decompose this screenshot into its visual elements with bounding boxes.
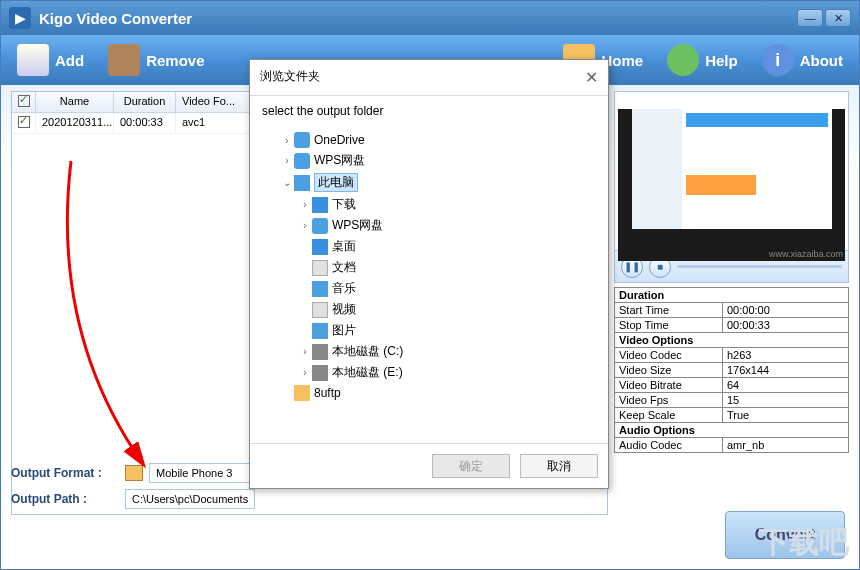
minimize-button[interactable]: —	[797, 9, 823, 27]
start-time-value[interactable]: 00:00:00	[723, 303, 848, 317]
video-bitrate-value[interactable]: 64	[723, 378, 848, 392]
dialog-footer: 确定 取消	[250, 443, 608, 488]
ic-doc-icon	[312, 260, 328, 276]
tree-toggle-icon[interactable]: ›	[280, 155, 294, 166]
app-title: Kigo Video Converter	[39, 10, 797, 27]
add-icon	[17, 44, 49, 76]
tree-item-label: 图片	[332, 322, 356, 339]
tree-item[interactable]: 桌面	[262, 236, 596, 257]
add-label: Add	[55, 52, 84, 69]
tree-item[interactable]: 音乐	[262, 278, 596, 299]
tree-toggle-icon[interactable]: ⌄	[280, 177, 294, 188]
dialog-title-text: 浏览文件夹	[260, 68, 320, 87]
video-codec-key: Video Codec	[615, 348, 723, 362]
row-checkbox[interactable]	[12, 113, 36, 133]
dialog-ok-button[interactable]: 确定	[432, 454, 510, 478]
header-duration[interactable]: Duration	[114, 92, 176, 112]
output-path-label: Output Path :	[11, 492, 119, 506]
ic-disk-icon	[312, 365, 328, 381]
tree-item[interactable]: 视频	[262, 299, 596, 320]
progress-slider[interactable]	[677, 265, 842, 268]
tree-item[interactable]: 文档	[262, 257, 596, 278]
tree-item[interactable]: 图片	[262, 320, 596, 341]
about-label: About	[800, 52, 843, 69]
remove-button[interactable]: Remove	[98, 40, 214, 80]
tree-toggle-icon[interactable]: ›	[280, 135, 294, 146]
tree-item[interactable]: ›WPS网盘	[262, 150, 596, 171]
stop-time-value[interactable]: 00:00:33	[723, 318, 848, 332]
ic-cloud-icon	[312, 218, 328, 234]
tree-item[interactable]: ›本地磁盘 (E:)	[262, 362, 596, 383]
start-time-key: Start Time	[615, 303, 723, 317]
preview-area: www.xiazaiba.com	[614, 91, 849, 251]
tree-item-label: WPS网盘	[332, 217, 383, 234]
row-name: 2020120311...	[36, 113, 114, 133]
header-checkbox[interactable]	[12, 92, 36, 112]
right-panel: www.xiazaiba.com ❚❚ ■ Duration Start Tim…	[614, 91, 849, 515]
ic-cloud-icon	[294, 132, 310, 148]
tree-toggle-icon[interactable]: ›	[298, 199, 312, 210]
tree-item[interactable]: ›下载	[262, 194, 596, 215]
tree-item-label: 8uftp	[314, 386, 341, 400]
about-button[interactable]: i About	[752, 40, 853, 80]
row-duration: 00:00:33	[114, 113, 176, 133]
close-button[interactable]: ✕	[825, 9, 851, 27]
preview-watermark: www.xiazaiba.com	[769, 249, 843, 259]
ic-pc-icon	[294, 175, 310, 191]
tree-item-label: WPS网盘	[314, 152, 365, 169]
tree-item[interactable]: ›OneDrive	[262, 130, 596, 150]
tree-item[interactable]: ⌄此电脑	[262, 171, 596, 194]
video-bitrate-key: Video Bitrate	[615, 378, 723, 392]
dialog-cancel-button[interactable]: 取消	[520, 454, 598, 478]
output-format-label: Output Format :	[11, 466, 119, 480]
video-codec-value[interactable]: h263	[723, 348, 848, 362]
ic-pic-icon	[312, 323, 328, 339]
output-path-field[interactable]: C:\Users\pc\Documents	[125, 489, 255, 509]
preview-video[interactable]: www.xiazaiba.com	[618, 109, 845, 261]
help-label: Help	[705, 52, 738, 69]
ic-down-icon	[312, 197, 328, 213]
folder-tree: ›OneDrive›WPS网盘⌄此电脑›下载›WPS网盘桌面文档音乐视频图片›本…	[262, 130, 596, 403]
app-icon: ▶	[9, 7, 31, 29]
ic-folder-icon	[294, 385, 310, 401]
video-fps-value[interactable]: 15	[723, 393, 848, 407]
tree-item-label: 音乐	[332, 280, 356, 297]
format-icon	[125, 465, 143, 481]
output-settings: Output Format : Mobile Phone 3 Output Pa…	[11, 463, 279, 509]
audio-codec-value[interactable]: amr_nb	[723, 438, 848, 452]
audio-options-head: Audio Options	[615, 423, 699, 437]
header-name[interactable]: Name	[36, 92, 114, 112]
tree-item-label: 桌面	[332, 238, 356, 255]
dialog-titlebar: 浏览文件夹 ✕	[250, 60, 608, 96]
tree-toggle-icon[interactable]: ›	[298, 367, 312, 378]
tree-item[interactable]: ›本地磁盘 (C:)	[262, 341, 596, 362]
dialog-close-button[interactable]: ✕	[585, 68, 598, 87]
tree-item-label: 本地磁盘 (E:)	[332, 364, 403, 381]
keep-scale-value[interactable]: True	[723, 408, 848, 422]
video-size-value[interactable]: 176x144	[723, 363, 848, 377]
app-window: ▶ Kigo Video Converter — ✕ Add Remove Ho…	[0, 0, 860, 570]
dialog-instruction: select the output folder	[262, 104, 596, 118]
ic-desk-icon	[312, 239, 328, 255]
tree-item-label: 此电脑	[314, 173, 358, 192]
tree-item[interactable]: 8uftp	[262, 383, 596, 403]
video-fps-key: Video Fps	[615, 393, 723, 407]
ic-cloud-icon	[294, 153, 310, 169]
video-options-head: Video Options	[615, 333, 697, 347]
tree-item[interactable]: ›WPS网盘	[262, 215, 596, 236]
ic-disk-icon	[312, 344, 328, 360]
background-watermark: 下载吧	[759, 522, 849, 563]
about-icon: i	[762, 44, 794, 76]
tree-item-label: 视频	[332, 301, 356, 318]
remove-label: Remove	[146, 52, 204, 69]
tree-toggle-icon[interactable]: ›	[298, 220, 312, 231]
audio-codec-key: Audio Codec	[615, 438, 723, 452]
add-button[interactable]: Add	[7, 40, 94, 80]
options-table: Duration Start Time00:00:00 Stop Time00:…	[614, 287, 849, 453]
help-button[interactable]: Help	[657, 40, 748, 80]
tree-toggle-icon[interactable]: ›	[298, 346, 312, 357]
keep-scale-key: Keep Scale	[615, 408, 723, 422]
window-buttons: — ✕	[797, 9, 851, 27]
stop-time-key: Stop Time	[615, 318, 723, 332]
tree-item-label: OneDrive	[314, 133, 365, 147]
